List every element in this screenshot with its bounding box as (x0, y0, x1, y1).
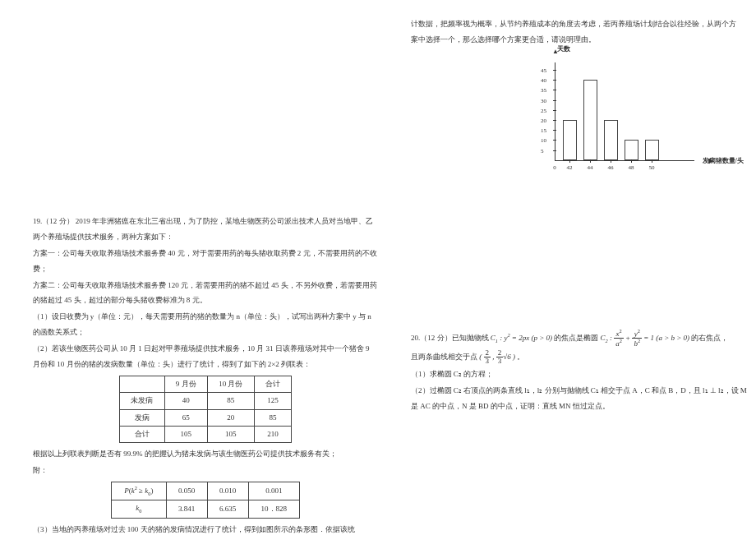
x-tick-label: 44 (588, 165, 593, 171)
bar (563, 120, 577, 160)
cell: 85 (254, 409, 291, 426)
q19-continuation: 计数据，把频率视为概率，从节约养殖成本的角度去考虑，若丙养殖场计划结合以往经验，… (411, 16, 740, 48)
y-tick-label: 20 (541, 118, 546, 123)
table-row: 合计 105 105 210 (120, 426, 292, 442)
cell: 合计 (120, 426, 165, 442)
appendix-label: 附： (33, 463, 378, 478)
y-axis-title: 天数 (557, 46, 570, 53)
text: 且两条曲线相交于点 (411, 353, 479, 361)
cell: 合计 (254, 376, 291, 392)
y-tick-label: 10 (541, 138, 546, 144)
x-axis (555, 160, 694, 161)
table-row: P(k2 ≥ k0) 0.050 0.010 0.001 (112, 482, 300, 500)
y-tick-label: 30 (541, 98, 546, 104)
cell: 0.010 (207, 482, 248, 500)
right-top-column: 计数据，把频率视为概率，从节约养殖成本的角度去考虑，若丙养殖场计划结合以往经验，… (411, 16, 740, 176)
q20-part2: （2）过椭圆 C₂ 右顶点的两条直线 l₁，l₂ 分别与抛物线 C₁ 相交于点 … (411, 383, 748, 414)
text: 20.（12 分）已知抛物线 (411, 334, 491, 342)
cell: 105 (164, 426, 207, 442)
cell: 10．828 (248, 500, 299, 519)
cell: P(k2 ≥ k0) (112, 482, 167, 500)
cell: 85 (207, 393, 254, 409)
bar (604, 120, 618, 160)
x-tick-label: 50 (649, 165, 655, 171)
cell: 125 (254, 393, 291, 409)
x-tick-label: 48 (629, 165, 634, 171)
bar (645, 140, 659, 159)
math-point: ( 23 , 23√6 ) (479, 353, 515, 361)
y-tick-label: 25 (541, 108, 546, 113)
cell: 105 (207, 426, 254, 442)
table-row: k0 3.841 6.635 10．828 (112, 500, 300, 519)
q19-part3: （3）当地的丙养殖场对过去 100 天的猪的发病情况进行了统计，得到如图所示的条… (33, 522, 378, 535)
cell: 210 (254, 426, 291, 442)
cell: 0.001 (248, 482, 299, 500)
text: 的右焦点， (691, 334, 728, 342)
cell: 65 (164, 409, 207, 426)
math-c2: C2 : x2a2 + y2b2 = 1 (a > b > 0) (600, 334, 691, 342)
q20-line2: 且两条曲线相交于点 ( 23 , 23√6 ) 。 (411, 349, 748, 366)
cell: 0.050 (166, 482, 207, 500)
y-tick-label: 5 (541, 148, 544, 154)
y-tick-label: 40 (541, 78, 546, 84)
text: 。 (517, 353, 524, 361)
cell: 未发病 (120, 393, 165, 409)
y-tick-label: 45 (541, 67, 546, 73)
after-table1: 根据以上列联表判断是否有 99.9% 的把握认为猪未发病与该生物医药公司提供技术… (33, 446, 378, 462)
cell: 10 月份 (207, 376, 254, 392)
chi-square-table: P(k2 ≥ k0) 0.050 0.010 0.001 k0 3.841 6.… (111, 482, 300, 519)
cell (120, 376, 165, 392)
y-axis (555, 62, 555, 161)
x-tick-label: 42 (567, 165, 573, 171)
q19-head: 19.（12 分） 2019 年非洲猪瘟在东北三省出现，为了防控，某地生物医药公… (33, 214, 378, 245)
bar (625, 140, 638, 159)
x-tick-label: 46 (608, 165, 614, 171)
bar-chart: ▲ 天数 ▶ 发病猪数量/头 5 10 15 20 25 30 35 40 45… (534, 53, 707, 176)
table-row: 未发病 40 85 125 (120, 393, 292, 409)
left-column: 19.（12 分） 2019 年非洲猪瘟在东北三省出现，为了防控，某地生物医药公… (33, 214, 378, 535)
cell: 发病 (120, 409, 165, 426)
x-axis-title: 发病猪数量/头 (703, 158, 744, 164)
scheme2: 方案二：公司每天收取养殖场技术服务费 120 元，若需要用药的猪不超过 45 头… (33, 278, 378, 309)
x-origin-label: 0 (553, 165, 556, 171)
cell: k0 (112, 500, 167, 519)
right-bottom-column: 20.（12 分）已知抛物线 C1 : y2 = 2px (p > 0) 的焦点… (411, 329, 748, 414)
q19-part2: （2）若该生物医药公司从 10 月 1 日起对甲养殖场提供技术服务，10 月 3… (33, 341, 378, 372)
scheme1: 方案一：公司每天收取养殖场技术服务费 40 元，对于需要用药的每头猪收取药费 2… (33, 246, 378, 277)
text: 的焦点是椭圆 (554, 334, 600, 342)
contingency-table: 9 月份 10 月份 合计 未发病 40 85 125 发病 65 20 85 … (119, 376, 292, 443)
cell: 6.635 (207, 500, 248, 519)
math-c1: C1 : y2 = 2px (p > 0) (491, 334, 552, 342)
q20-line1: 20.（12 分）已知抛物线 C1 : y2 = 2px (p > 0) 的焦点… (411, 329, 748, 348)
cell: 20 (207, 409, 254, 426)
table-row: 发病 65 20 85 (120, 409, 292, 426)
cell: 40 (164, 393, 207, 409)
cell: 3.841 (166, 500, 207, 519)
cell: 9 月份 (164, 376, 207, 392)
y-tick-label: 15 (541, 128, 546, 134)
table-row: 9 月份 10 月份 合计 (120, 376, 292, 392)
y-tick-label: 35 (541, 88, 546, 94)
q20-part1: （1）求椭圆 C₂ 的方程； (411, 367, 748, 382)
bar (583, 80, 597, 160)
q19-part1: （1）设日收费为 y（单位：元），每天需要用药的猪的数量为 n（单位：头），试写… (33, 309, 378, 340)
